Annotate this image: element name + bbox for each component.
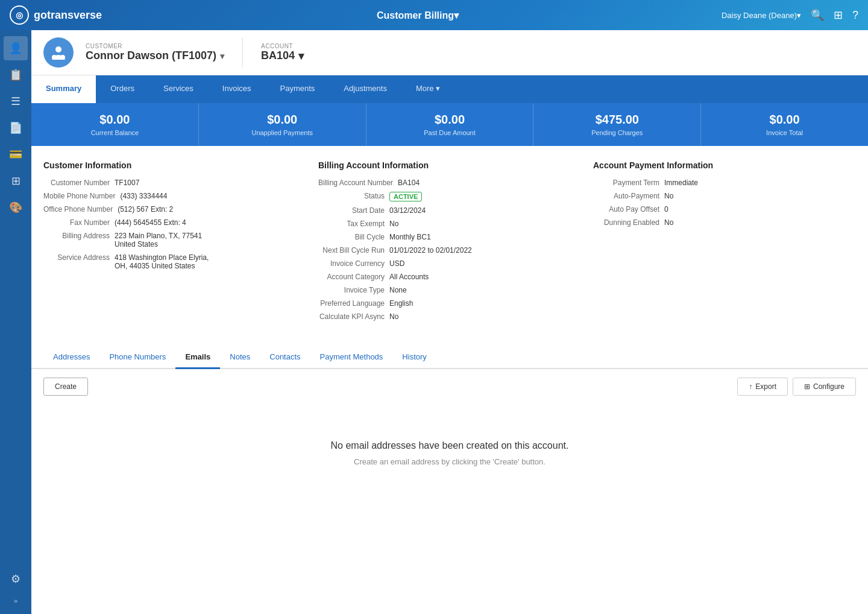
action-right-buttons: ↑ Export ⊞ Configure bbox=[737, 378, 856, 396]
field-label: Payment Term bbox=[593, 179, 659, 187]
field-value: 223 Main Plano, TX, 77541United States bbox=[115, 232, 202, 248]
info-row: Fax Number (444) 5645455 Extn: 4 bbox=[43, 218, 294, 227]
field-label: Next Bill Cycle Run bbox=[318, 246, 385, 255]
sidebar-item-table[interactable]: ⊞ bbox=[4, 169, 28, 193]
sub-tab-addresses[interactable]: Addresses bbox=[43, 346, 99, 369]
balance-invoice-total: $0.00 Invoice Total bbox=[701, 103, 868, 146]
tab-more[interactable]: More ▾ bbox=[401, 75, 454, 103]
sub-tab-contacts[interactable]: Contacts bbox=[260, 346, 310, 369]
export-icon: ↑ bbox=[749, 382, 752, 391]
status-badge: ACTIVE bbox=[389, 192, 422, 201]
user-menu[interactable]: Daisy Deane (Deane)▾ bbox=[722, 11, 801, 20]
sidebar-item-settings[interactable]: ⚙ bbox=[4, 567, 28, 591]
sub-tab-phone-numbers[interactable]: Phone Numbers bbox=[99, 346, 175, 369]
info-row: Next Bill Cycle Run 01/01/2022 to 02/01/… bbox=[318, 246, 569, 255]
info-sections: Customer Information Customer Number TF1… bbox=[31, 146, 868, 340]
customer-label: CUSTOMER bbox=[86, 43, 224, 49]
tab-services[interactable]: Services bbox=[149, 75, 208, 103]
field-label: Start Date bbox=[318, 206, 385, 215]
field-label: Office Phone Number bbox=[43, 205, 113, 214]
field-value: No bbox=[389, 312, 398, 321]
invoice-total-amount: $0.00 bbox=[711, 113, 858, 127]
field-value: No bbox=[664, 192, 673, 200]
field-value: TF1007 bbox=[115, 179, 139, 187]
info-row: Office Phone Number (512) 567 Extn: 2 bbox=[43, 205, 294, 214]
customer-information-section: Customer Information Customer Number TF1… bbox=[43, 160, 306, 326]
header-divider bbox=[242, 37, 243, 68]
logo-icon: ◎ bbox=[10, 5, 29, 25]
sidebar-expand-button[interactable]: » bbox=[4, 593, 28, 608]
field-value: All Accounts bbox=[389, 273, 429, 281]
field-value: (512) 567 Extn: 2 bbox=[118, 205, 173, 214]
sub-tab-payment-methods[interactable]: Payment Methods bbox=[310, 346, 393, 369]
sidebar-item-palette[interactable]: 🎨 bbox=[4, 195, 28, 220]
account-payment-title: Account Payment Information bbox=[593, 160, 844, 170]
layout: 👤 📋 ☰ 📄 💳 ⊞ 🎨 ⚙ » CUSTOMER Conno bbox=[0, 30, 868, 614]
field-label: Status bbox=[318, 192, 385, 201]
field-label: Auto Pay Offset bbox=[593, 205, 659, 214]
sidebar-item-card[interactable]: 💳 bbox=[4, 142, 28, 166]
field-label: Tax Exempt bbox=[318, 220, 385, 228]
customer-information-title: Customer Information bbox=[43, 160, 294, 170]
customer-header: CUSTOMER Connor Dawson (TF1007) ▾ ACCOUN… bbox=[31, 30, 868, 75]
unapplied-payments-label: Unapplied Payments bbox=[209, 129, 356, 136]
help-icon[interactable]: ? bbox=[852, 9, 858, 22]
account-id-value[interactable]: BA104 ▾ bbox=[261, 49, 304, 63]
field-value: Immediate bbox=[664, 179, 698, 187]
sub-tab-notes[interactable]: Notes bbox=[220, 346, 260, 369]
sidebar-item-file[interactable]: 📄 bbox=[4, 116, 28, 140]
field-value: (444) 5645455 Extn: 4 bbox=[115, 218, 186, 227]
sidebar-item-documents[interactable]: 📋 bbox=[4, 63, 28, 87]
export-button[interactable]: ↑ Export bbox=[737, 378, 788, 396]
balance-past-due: $0.00 Past Due Amount bbox=[366, 103, 534, 146]
search-icon[interactable]: 🔍 bbox=[811, 8, 824, 22]
info-row: Auto Pay Offset 0 bbox=[593, 205, 844, 214]
configure-button[interactable]: ⊞ Configure bbox=[793, 378, 856, 396]
field-label: Preferred Language bbox=[318, 299, 385, 308]
field-value: BA104 bbox=[398, 179, 420, 187]
customer-name: Connor Dawson (TF1007) bbox=[86, 49, 216, 62]
info-row: Billing Address 223 Main Plano, TX, 7754… bbox=[43, 232, 294, 248]
field-label: Billing Address bbox=[43, 232, 110, 248]
info-row: Invoice Currency USD bbox=[318, 259, 569, 268]
invoice-total-label: Invoice Total bbox=[711, 129, 858, 136]
page-title[interactable]: Customer Billing▾ bbox=[114, 10, 722, 21]
sub-tab-history[interactable]: History bbox=[392, 346, 436, 369]
current-balance-label: Current Balance bbox=[41, 129, 189, 136]
tab-payments[interactable]: Payments bbox=[266, 75, 330, 103]
tab-adjustments[interactable]: Adjustments bbox=[329, 75, 401, 103]
top-nav-right: Daisy Deane (Deane)▾ 🔍 ⊞ ? bbox=[722, 8, 858, 22]
account-payment-section: Account Payment Information Payment Term… bbox=[581, 160, 856, 326]
account-dropdown-arrow[interactable]: ▾ bbox=[298, 49, 304, 63]
past-due-amount: $0.00 bbox=[376, 113, 524, 127]
field-label: Service Address bbox=[43, 253, 110, 270]
info-row: Tax Exempt No bbox=[318, 220, 569, 228]
balance-pending: $475.00 Pending Charges bbox=[533, 103, 701, 146]
current-balance-amount: $0.00 bbox=[41, 113, 189, 127]
info-row: Invoice Type None bbox=[318, 286, 569, 294]
app-logo[interactable]: ◎ gotransverse bbox=[10, 5, 102, 25]
tab-invoices[interactable]: Invoices bbox=[208, 75, 266, 103]
empty-state-sub-message: Create an email address by clicking the … bbox=[43, 457, 856, 466]
empty-state-main-message: No email addresses have been created on … bbox=[43, 440, 856, 451]
info-row: Auto-Payment No bbox=[593, 192, 844, 200]
create-button[interactable]: Create bbox=[43, 378, 88, 396]
field-label: Fax Number bbox=[43, 218, 110, 227]
sidebar-item-users[interactable]: 👤 bbox=[4, 36, 28, 60]
tab-orders[interactable]: Orders bbox=[96, 75, 149, 103]
info-row: Customer Number TF1007 bbox=[43, 179, 294, 187]
field-label: Customer Number bbox=[43, 179, 110, 187]
grid-icon[interactable]: ⊞ bbox=[834, 8, 843, 22]
customer-dropdown-arrow[interactable]: ▾ bbox=[220, 51, 224, 61]
sidebar-item-list[interactable]: ☰ bbox=[4, 89, 28, 113]
balance-bar: $0.00 Current Balance $0.00 Unapplied Pa… bbox=[31, 103, 868, 146]
sub-tab-emails[interactable]: Emails bbox=[175, 346, 220, 369]
tab-summary[interactable]: Summary bbox=[31, 75, 96, 103]
top-nav: ◎ gotransverse Customer Billing▾ Daisy D… bbox=[0, 0, 868, 30]
configure-icon: ⊞ bbox=[804, 382, 810, 391]
info-row: Service Address 418 Washington Place Ely… bbox=[43, 253, 294, 270]
field-label: Invoice Currency bbox=[318, 259, 385, 268]
field-value: Monthly BC1 bbox=[389, 233, 431, 241]
action-bar: Create ↑ Export ⊞ Configure bbox=[31, 369, 868, 404]
field-value: No bbox=[389, 220, 398, 228]
